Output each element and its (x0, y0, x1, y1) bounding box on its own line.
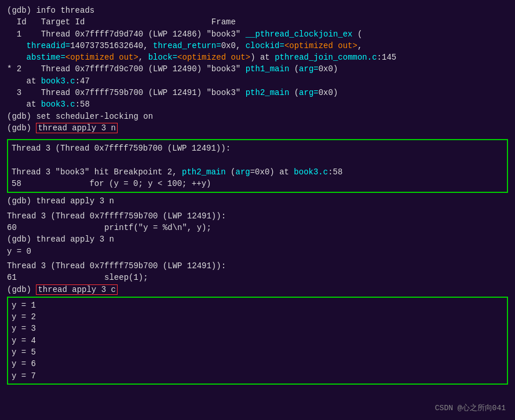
line-gdb-thread-apply-n-2: (gdb) thread apply 3 n (7, 195, 508, 207)
line-thread2-b: at book3.c:47 (7, 75, 508, 87)
line-y5: y = 5 (12, 346, 503, 358)
line-y-0: y = 0 (7, 246, 508, 257)
line-y4: y = 4 (12, 335, 503, 346)
line-thread2-a: * 2 Thread 0x7ffff7d9c700 (LWP 12490) "b… (7, 63, 508, 75)
line-printf: 60 printf("y = %d\n", y); (7, 222, 508, 233)
greenbox1-line4: 58 for (y = 0; y < 100; ++y) (12, 178, 503, 189)
line-y3: y = 3 (12, 323, 503, 334)
line-sleep: 61 sleep(1); (7, 272, 508, 283)
line-thread1-c: abstime=<optimized out>, block=<optimize… (7, 52, 508, 63)
line-y7: y = 7 (12, 370, 503, 382)
green-box-1: Thread 3 (Thread 0x7ffff759b700 (LWP 124… (7, 139, 508, 193)
terminal: (gdb) info threads Id Target Id Frame 1 … (0, 0, 515, 420)
line-thread1-b: threadid=140737351632640, thread_return=… (7, 40, 508, 52)
line-y6: y = 6 (12, 358, 503, 370)
line-y1: y = 1 (12, 300, 503, 311)
red-box-thread-apply-n: thread apply 3 n (36, 123, 117, 133)
line-thread3-header3: Thread 3 (Thread 0x7ffff759b700 (LWP 124… (7, 260, 508, 272)
line-thread3-b: at book3.c:58 (7, 98, 508, 110)
line-thread-apply-n-cmd: (gdb) thread apply 3 n (7, 122, 508, 134)
line-set-scheduler: (gdb) set scheduler-locking on (7, 111, 508, 122)
line-header: Id Target Id Frame (7, 16, 508, 28)
green-box-2: y = 1 y = 2 y = 3 y = 4 y = 5 y = 6 y = … (7, 297, 508, 385)
red-box-thread-apply-c: thread apply 3 c (36, 284, 117, 295)
line-y2: y = 2 (12, 311, 503, 323)
line-thread3-header2: Thread 3 (Thread 0x7ffff759b700 (LWP 124… (7, 210, 508, 222)
line-thread3-a: 3 Thread 0x7ffff759b700 (LWP 12491) "boo… (7, 87, 508, 98)
csdn-watermark: CSDN @心之所向041 (435, 403, 506, 413)
greenbox1-line1: Thread 3 (Thread 0x7ffff759b700 (LWP 124… (12, 143, 503, 154)
line-gdb-info-threads: (gdb) info threads (7, 5, 508, 16)
greenbox1-blank (12, 155, 503, 166)
line-thread1-a: 1 Thread 0x7ffff7d9d740 (LWP 12486) "boo… (7, 28, 508, 40)
line-gdb-thread-apply-n-3: (gdb) thread apply 3 n (7, 233, 508, 245)
line-thread-apply-c-cmd: (gdb) thread apply 3 c (7, 284, 508, 295)
greenbox1-line3: Thread 3 "book3" hit Breakpoint 2, pth2_… (12, 166, 503, 178)
